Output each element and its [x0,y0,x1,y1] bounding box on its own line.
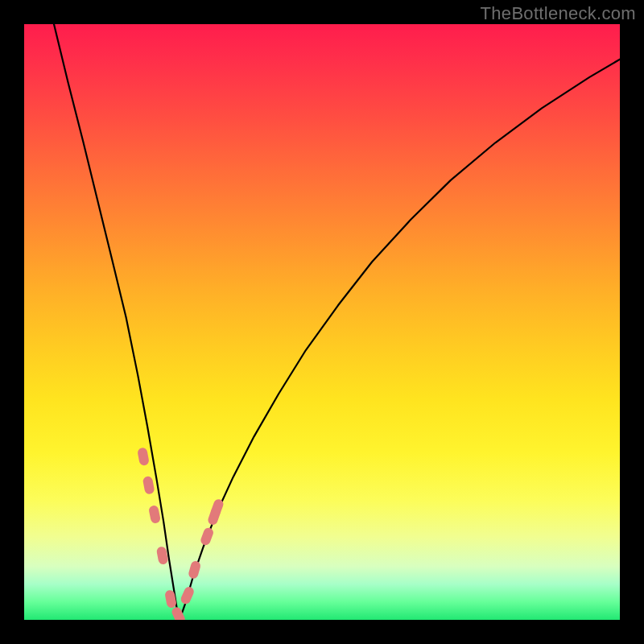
curve-line [54,24,620,620]
chart-frame: TheBottleneck.com [0,0,644,644]
chart-svg [24,24,620,620]
plot-area [24,24,620,620]
watermark-text: TheBottleneck.com [481,3,636,24]
marker-point [180,585,196,605]
marker-point [188,560,201,580]
marker-point [200,526,215,547]
marker-point [137,447,150,466]
marker-point [142,476,155,495]
marker-points [137,447,225,620]
marker-point [148,505,161,524]
